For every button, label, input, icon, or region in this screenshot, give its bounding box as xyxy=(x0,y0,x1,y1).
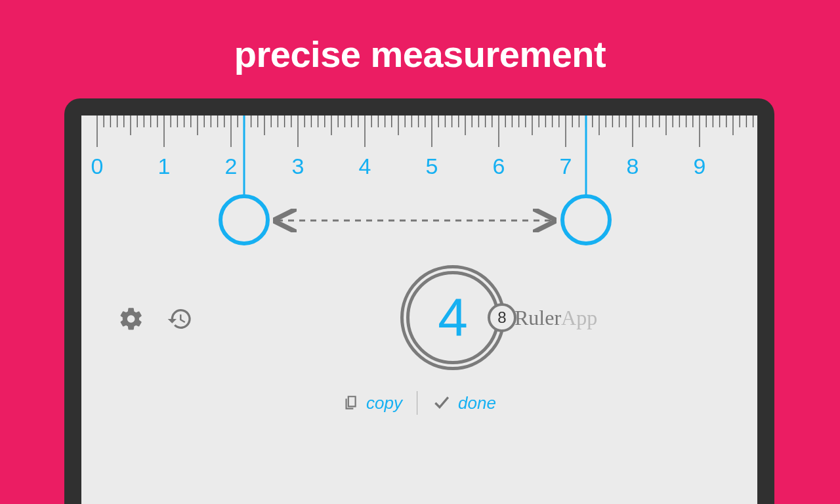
done-button[interactable]: done xyxy=(432,393,496,413)
action-divider xyxy=(417,391,417,415)
brand-name-light: App xyxy=(561,306,597,329)
ruler-label: 7 xyxy=(560,154,572,179)
history-icon xyxy=(167,306,193,332)
device-frame: 4 8 RulerApp copy done 0123456789 xyxy=(64,98,774,504)
marker-right-line xyxy=(585,116,587,198)
marker-right-handle[interactable] xyxy=(560,194,612,245)
history-button[interactable] xyxy=(167,306,193,332)
action-row: copy done xyxy=(343,391,496,415)
marker-left-handle[interactable] xyxy=(219,194,270,245)
ruler-label: 5 xyxy=(426,154,438,179)
gear-icon xyxy=(118,306,144,332)
copy-label: copy xyxy=(366,393,402,413)
ruler-label: 1 xyxy=(158,154,171,179)
measurement-minor: 8 xyxy=(488,303,516,332)
settings-button[interactable] xyxy=(118,306,144,332)
copy-icon xyxy=(343,394,360,411)
ruler-label: 9 xyxy=(694,154,706,179)
checkmark-icon xyxy=(432,394,452,411)
brand-name-dark: Ruler xyxy=(514,306,561,329)
span-arrow xyxy=(273,207,556,234)
hero-title: precise measurement xyxy=(0,0,840,75)
marker-left-line xyxy=(243,116,245,198)
ruler-label: 3 xyxy=(292,154,304,179)
ruler-label: 2 xyxy=(225,154,238,179)
measurement-display: 4 8 xyxy=(400,265,505,370)
ruler-label: 4 xyxy=(359,154,371,179)
copy-button[interactable]: copy xyxy=(343,393,402,413)
ruler-label: 6 xyxy=(493,154,505,179)
brand-label: RulerApp xyxy=(514,306,597,330)
ruler-label: 8 xyxy=(627,154,639,179)
done-label: done xyxy=(458,393,496,413)
ruler-scale xyxy=(81,116,757,188)
ruler-label: 0 xyxy=(91,154,104,179)
app-screen: 4 8 RulerApp copy done 0123456789 xyxy=(81,116,757,504)
